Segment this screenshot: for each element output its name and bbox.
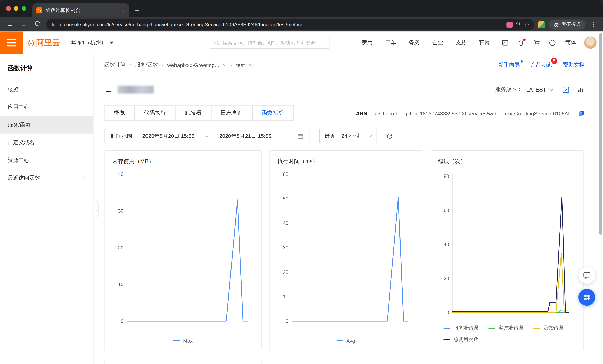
- tab-logs[interactable]: 日志查询: [211, 106, 253, 120]
- breadcrumb-separator: /: [231, 62, 232, 68]
- new-tab-button[interactable]: +: [129, 6, 144, 17]
- chevron-down-icon[interactable]: [549, 87, 554, 91]
- search-input[interactable]: [222, 40, 325, 46]
- sidebar: 函数计算 概览 应用中心 服务/函数 自定义域名 资源中心 最近访问函数: [0, 54, 93, 364]
- console-search[interactable]: [209, 36, 329, 49]
- sidebar-collapse-handle[interactable]: ‹: [93, 201, 99, 217]
- legend-item[interactable]: 服务端错误: [443, 325, 478, 331]
- legend-label: Max: [183, 338, 193, 344]
- chevron-down-icon: [368, 133, 372, 137]
- chat-bubble-icon: [583, 271, 591, 280]
- cloudshell-icon[interactable]: [501, 39, 509, 46]
- recent-range-select[interactable]: 最近 24 小时: [319, 129, 377, 143]
- sidebar-item-custom-domains[interactable]: 自定义域名: [0, 133, 93, 151]
- legend-swatch: [443, 339, 450, 340]
- tab-triggers[interactable]: 触发器: [176, 106, 211, 120]
- close-tab-icon[interactable]: ×: [120, 7, 125, 14]
- bookmark-star-icon[interactable]: ☆: [524, 21, 529, 28]
- legend-item[interactable]: 函数错误: [533, 325, 563, 331]
- breadcrumb-item-service[interactable]: webapixxx-Greeting...: [167, 62, 219, 68]
- refresh-icon[interactable]: [386, 133, 393, 140]
- region-selector[interactable]: 华东1（杭州）: [71, 39, 113, 46]
- guide-link[interactable]: 新手向导: [498, 61, 520, 68]
- back-icon[interactable]: ←: [5, 21, 15, 28]
- help-icon[interactable]: ?: [549, 39, 556, 46]
- legend-item[interactable]: 总调用次数: [443, 336, 478, 343]
- service-version-value[interactable]: LATEST: [526, 86, 546, 93]
- close-window-button[interactable]: [6, 6, 11, 11]
- nav-link-website[interactable]: 官网: [479, 39, 490, 46]
- page-action-icon[interactable]: [506, 21, 512, 27]
- back-arrow-icon[interactable]: ←: [104, 86, 112, 94]
- main-content: 函数计算 / 服务/函数 / webapixxx-Greeting... / t…: [93, 54, 603, 364]
- memory-usage-chart: 010203040: [112, 167, 254, 333]
- cart-icon[interactable]: [533, 39, 540, 46]
- sidebar-title: 函数计算: [0, 54, 93, 80]
- tab-overview[interactable]: 概览: [105, 106, 135, 120]
- svg-text:20: 20: [443, 276, 449, 281]
- incognito-badge: 无痕模式: [549, 20, 585, 29]
- chart-card-duration: 执行时间（ms） 0102030405060 Avg: [269, 150, 422, 350]
- minimize-window-button[interactable]: [14, 6, 18, 11]
- time-range-label: 时间范围: [111, 133, 132, 140]
- time-start-value[interactable]: 2020年8月20日 15:56: [142, 133, 194, 140]
- legend-label: 总调用次数: [453, 336, 478, 343]
- browser-tab[interactable]: (-) 函数计算控制台 ×: [32, 3, 129, 17]
- nav-link-enterprise[interactable]: 企业: [432, 39, 443, 46]
- version-check-icon[interactable]: [562, 86, 569, 93]
- nav-link-fees[interactable]: 费用: [362, 39, 373, 46]
- sidebar-item-services-functions[interactable]: 服务/函数: [0, 116, 93, 133]
- tab-metrics[interactable]: 函数指标: [252, 106, 293, 120]
- breadcrumb-separator: /: [162, 62, 163, 68]
- notification-bell-icon[interactable]: [517, 39, 524, 46]
- window-controls: [6, 6, 26, 11]
- legend-item[interactable]: Max: [173, 338, 193, 344]
- time-range-picker[interactable]: 时间范围 2020年8月20日 15:56 - 2020年8月21日 15:56: [104, 129, 310, 143]
- breadcrumb-item-function[interactable]: test: [236, 62, 245, 68]
- locale-switcher[interactable]: 简体: [565, 39, 576, 46]
- browser-menu-icon[interactable]: ⋮: [589, 21, 598, 28]
- workbench-button[interactable]: [579, 289, 595, 305]
- reload-icon[interactable]: [32, 20, 42, 28]
- legend-swatch: [488, 328, 495, 329]
- legend-item[interactable]: 客户端错误: [488, 325, 523, 331]
- legend-item[interactable]: Avg: [336, 338, 355, 344]
- extension-icon[interactable]: [538, 21, 545, 28]
- fullscreen-window-button[interactable]: [22, 6, 26, 11]
- svg-text:60: 60: [443, 208, 449, 213]
- calendar-icon[interactable]: [297, 133, 303, 139]
- sidebar-item-app-center[interactable]: 应用中心: [0, 98, 93, 116]
- product-news-link[interactable]: 产品动态5: [531, 61, 552, 68]
- nav-link-support[interactable]: 支持: [456, 39, 466, 46]
- top-nav-icons: ?: [501, 39, 556, 46]
- chevron-down-icon[interactable]: [223, 62, 227, 66]
- nav-link-icp[interactable]: 备案: [409, 39, 420, 46]
- sidebar-item-recent-functions[interactable]: 最近访问函数: [0, 169, 93, 187]
- sidebar-item-overview[interactable]: 概览: [0, 80, 93, 98]
- hamburger-menu-icon[interactable]: [0, 31, 23, 54]
- breadcrumb-item[interactable]: 服务/函数: [135, 61, 158, 68]
- tab-code[interactable]: 代码执行: [135, 106, 176, 120]
- lock-icon: [51, 22, 55, 27]
- breadcrumb-item[interactable]: 函数计算: [104, 61, 126, 68]
- notification-dot: [523, 38, 526, 41]
- sidebar-item-resource-center[interactable]: 资源中心: [0, 151, 93, 169]
- time-separator: -: [206, 133, 208, 139]
- forward-icon[interactable]: →: [18, 21, 28, 28]
- aliyun-logo[interactable]: (-) 阿里云: [28, 37, 60, 48]
- nav-link-tickets[interactable]: 工单: [385, 39, 396, 46]
- feedback-chat-button[interactable]: [579, 267, 595, 284]
- service-version-label: 服务版本：: [496, 86, 522, 93]
- time-end-value[interactable]: 2020年8月21日 15:56: [219, 133, 271, 140]
- chevron-down-icon: [110, 42, 113, 44]
- arn-label: ARN -: [356, 111, 371, 117]
- bar-chart-icon[interactable]: [577, 86, 585, 93]
- avatar[interactable]: [584, 36, 597, 49]
- scrollbar-thumb[interactable]: [599, 33, 602, 235]
- help-docs-link[interactable]: 帮助文档: [563, 61, 585, 68]
- copy-icon[interactable]: [578, 110, 585, 117]
- chevron-down-icon[interactable]: [249, 62, 253, 66]
- aliyun-favicon-icon: (-): [36, 7, 42, 13]
- zoom-icon[interactable]: [516, 21, 521, 28]
- address-bar[interactable]: fc.console.aliyun.com/fc/service/cn-hang…: [46, 19, 534, 30]
